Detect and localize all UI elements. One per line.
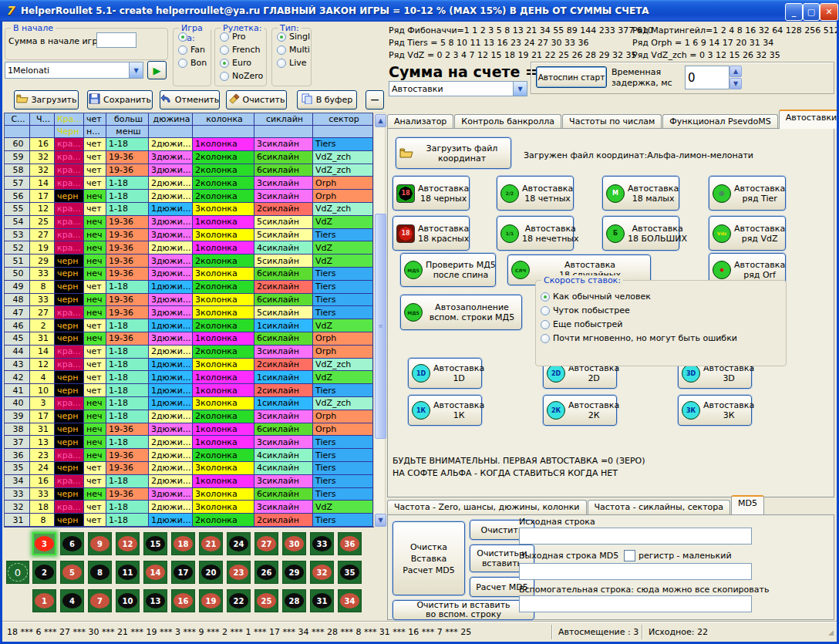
load-coords-button[interactable]: Загрузить файл координат bbox=[396, 137, 511, 169]
scrollbar-thumb[interactable]: ≡ bbox=[375, 214, 386, 439]
radio-option-Fan[interactable]: Fan bbox=[178, 45, 211, 55]
board-cell-31[interactable]: 31 bbox=[310, 589, 334, 612]
radio-icon[interactable] bbox=[277, 59, 286, 68]
board-cell-4[interactable]: 4 bbox=[60, 589, 84, 612]
radio-icon[interactable] bbox=[178, 46, 187, 55]
radio-icon[interactable] bbox=[277, 32, 286, 42]
board-cell-21[interactable]: 21 bbox=[199, 532, 223, 555]
radio-icon[interactable] bbox=[541, 306, 550, 315]
board-cell-7[interactable]: 7 bbox=[88, 589, 112, 612]
md5-aux-input[interactable] bbox=[519, 595, 752, 612]
toolbar-clear-brush-button[interactable]: Очистить bbox=[226, 90, 287, 110]
autobet-button-16[interactable]: 2КАвтоставка2К bbox=[543, 395, 617, 426]
board-cell-22[interactable]: 22 bbox=[227, 589, 251, 612]
board-cell-9[interactable]: 9 bbox=[88, 532, 112, 555]
board-cell-10[interactable]: 10 bbox=[116, 589, 140, 612]
delay-input[interactable] bbox=[685, 66, 729, 89]
board-cell-30[interactable]: 30 bbox=[282, 532, 306, 555]
radio-icon[interactable] bbox=[220, 59, 229, 68]
autobet-button-1[interactable]: 2/2Автоставка18 четных bbox=[497, 176, 574, 211]
board-cell-18[interactable]: 18 bbox=[171, 532, 195, 555]
tab-bottom-2[interactable]: MD5 bbox=[731, 495, 764, 514]
resize-grip[interactable]: ◢ bbox=[828, 629, 834, 636]
board-cell-19[interactable]: 19 bbox=[199, 589, 223, 612]
board-cell-27[interactable]: 27 bbox=[254, 532, 278, 555]
board-cell-15[interactable]: 15 bbox=[143, 532, 167, 555]
autobet-button-4[interactable]: 18Автоставка18 красных bbox=[393, 216, 470, 251]
start-sum-input[interactable] bbox=[96, 32, 136, 48]
delay-spinner[interactable]: ▲ ▼ bbox=[729, 66, 742, 89]
speed-option-2[interactable]: Еще побыстрей bbox=[541, 319, 786, 329]
collapse-button[interactable]: — bbox=[366, 90, 384, 110]
md5-output-input[interactable] bbox=[519, 563, 752, 580]
autospin-start-button[interactable]: Автоспин старт bbox=[536, 66, 607, 88]
tab-main-4[interactable]: Автоставки bbox=[779, 110, 839, 129]
speed-option-1[interactable]: Чуток побыстрее bbox=[541, 305, 786, 315]
board-cell-5[interactable]: 5 bbox=[60, 561, 84, 584]
radio-option-French[interactable]: French bbox=[220, 45, 266, 55]
board-cell-14[interactable]: 14 bbox=[143, 561, 167, 584]
table-scrollbar[interactable]: ▲ ≡ ▼ bbox=[373, 113, 386, 527]
radio-icon[interactable] bbox=[220, 46, 229, 55]
speed-option-0[interactable]: Как обычный человек bbox=[541, 292, 786, 302]
radio-icon[interactable] bbox=[541, 334, 550, 343]
radio-option-Live[interactable]: Live bbox=[277, 58, 311, 68]
radio-option-Euro[interactable]: Euro bbox=[220, 58, 266, 68]
tab-bottom-1[interactable]: Частота - сиклайны, сектора bbox=[588, 500, 731, 516]
autobet-button-8[interactable]: МД5Проверить МД5после спина bbox=[400, 253, 496, 287]
board-cell-28[interactable]: 28 bbox=[282, 589, 306, 612]
autobet-button-3[interactable]: ◎Автоставкаряд Tier bbox=[709, 176, 786, 211]
autobet-button-5[interactable]: 1/1Автоставка18 нечетных bbox=[497, 216, 574, 251]
board-cell-8[interactable]: 8 bbox=[88, 561, 112, 584]
md5-clear-paste-aux-button[interactable]: Очистить и вставить во вспом. строку bbox=[393, 600, 534, 620]
radio-option-Bon[interactable]: Bon bbox=[178, 58, 211, 68]
md5-big-button[interactable]: Очистка Вставка Расчет MD5 bbox=[393, 521, 465, 595]
radio-icon[interactable] bbox=[541, 320, 550, 329]
radio-icon[interactable] bbox=[178, 59, 187, 68]
radio-option-Multi[interactable]: Multi bbox=[277, 45, 311, 55]
board-cell-11[interactable]: 11 bbox=[116, 561, 140, 584]
radio-icon[interactable] bbox=[220, 72, 229, 81]
toolbar-undo-arrow-button[interactable]: Отменить bbox=[160, 90, 220, 110]
register-checkbox[interactable] bbox=[624, 550, 635, 561]
autobet-button-17[interactable]: 3КАвтоставка3К bbox=[678, 395, 752, 426]
toolbar-open-folder-button[interactable]: Загрузить bbox=[14, 90, 79, 110]
spinner-up-icon[interactable]: ▲ bbox=[729, 66, 742, 77]
board-cell-13[interactable]: 13 bbox=[143, 589, 167, 612]
radio-icon[interactable] bbox=[220, 32, 229, 42]
board-cell-34[interactable]: 34 bbox=[338, 589, 362, 612]
play-button[interactable]: ▶ bbox=[147, 61, 167, 79]
board-cell-24[interactable]: 24 bbox=[227, 532, 251, 555]
radio-icon[interactable] bbox=[277, 46, 286, 55]
radio-icon[interactable] bbox=[178, 32, 187, 42]
board-zero-cell[interactable]: 0 bbox=[6, 561, 29, 584]
mode-combo[interactable]: Автоставки ▼ bbox=[389, 81, 527, 96]
board-cell-25[interactable]: 25 bbox=[254, 589, 278, 612]
toolbar-copy-buffer-button[interactable]: В буфер bbox=[297, 90, 357, 110]
board-cell-23[interactable]: 23 bbox=[227, 561, 251, 584]
speed-option-3[interactable]: Почти мгновенно, но могут быть ошибки bbox=[541, 333, 786, 343]
scroll-up-icon[interactable]: ▲ bbox=[375, 114, 386, 127]
board-cell-26[interactable]: 26 bbox=[254, 561, 278, 584]
board-cell-12[interactable]: 12 bbox=[116, 532, 140, 555]
md5-source-input[interactable] bbox=[519, 528, 752, 545]
toolbar-save-disk-button[interactable]: Сохранить bbox=[87, 90, 153, 110]
chevron-down-icon[interactable]: ▼ bbox=[129, 62, 143, 78]
close-button[interactable]: ✕ bbox=[820, 3, 838, 21]
board-cell-33[interactable]: 33 bbox=[310, 532, 334, 555]
board-cell-16[interactable]: 16 bbox=[171, 589, 195, 612]
board-cell-3[interactable]: 3 bbox=[32, 532, 56, 555]
board-cell-29[interactable]: 29 bbox=[282, 561, 306, 584]
board-cell-2[interactable]: 2 bbox=[32, 561, 56, 584]
autobet-button-15[interactable]: 1КАвтоставка1К bbox=[408, 395, 482, 426]
autobet-button-2[interactable]: МАвтоставка18 малых bbox=[602, 176, 679, 211]
autobet-button-0[interactable]: 18Автоставка18 черных bbox=[393, 176, 470, 211]
spinner-down-icon[interactable]: ▼ bbox=[729, 78, 742, 89]
board-cell-35[interactable]: 35 bbox=[338, 561, 362, 584]
board-cell-6[interactable]: 6 bbox=[60, 532, 84, 555]
board-cell-32[interactable]: 32 bbox=[310, 561, 334, 584]
autobet-button-11[interactable]: МД5Автозаполнениевспом. строки МД5 bbox=[400, 295, 522, 330]
scroll-down-icon[interactable]: ▼ bbox=[375, 514, 386, 527]
maximize-button[interactable]: ▢ bbox=[803, 3, 820, 21]
tab-bottom-0[interactable]: Частота - Zero, шансы, дюжины, колонки bbox=[387, 500, 587, 516]
